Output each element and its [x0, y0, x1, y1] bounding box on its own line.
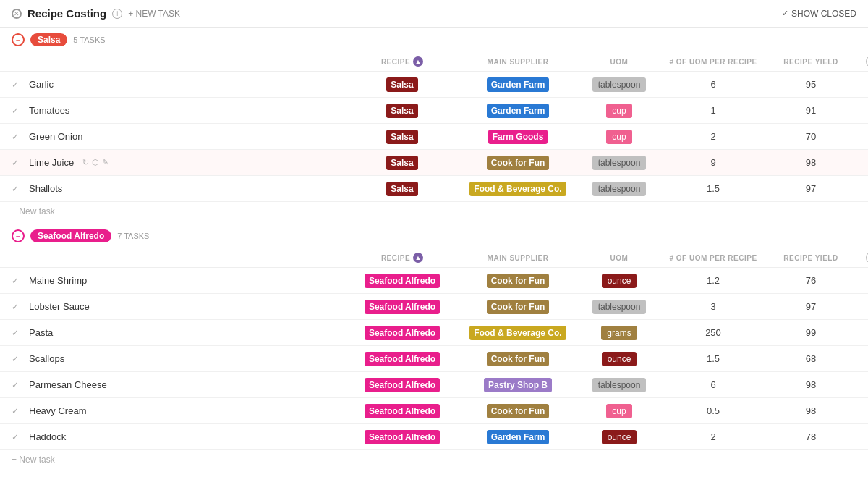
supplier-cell[interactable]: Cook for Fun	[487, 404, 550, 418]
recipe-cell[interactable]: Seafood Alfredo	[365, 274, 440, 288]
uom-per-recipe-cell: 2	[663, 131, 764, 142]
check-icon[interactable]: ✓	[12, 158, 23, 168]
check-icon[interactable]: ✓	[12, 276, 23, 286]
dependency-icon[interactable]: ⬡	[92, 158, 99, 167]
recipe-cell[interactable]: Seafood Alfredo	[365, 300, 440, 314]
recipe-cell[interactable]: Salsa	[386, 156, 417, 170]
group-count-salsa: 5 TASKS	[73, 35, 105, 44]
check-icon[interactable]: ✓	[12, 80, 23, 90]
uom-cell[interactable]: cup	[606, 104, 631, 118]
supplier-cell[interactable]: Cook for Fun	[487, 352, 550, 366]
recipe-cell-container: Seafood Alfredo	[344, 298, 460, 316]
task-name: Parmesan Cheese	[29, 379, 107, 390]
task-left-1: ✓Lobster Sauce	[12, 301, 344, 312]
uom-cell[interactable]: grams	[601, 326, 637, 340]
more-options-button[interactable]: ···	[858, 156, 868, 169]
supplier-cell-container: Cook for Fun	[460, 154, 576, 172]
supplier-cell-container: Garden Farm	[460, 76, 576, 93]
recipe-cell-container: Seafood Alfredo	[344, 429, 460, 446]
task-left-1: ✓Tomatoes	[12, 105, 344, 116]
uom-cell[interactable]: tablespoon	[592, 300, 647, 314]
supplier-cell[interactable]: Food & Beverage Co.	[469, 182, 566, 196]
check-icon[interactable]: ✓	[12, 132, 23, 142]
sort-icon[interactable]: ▲	[413, 56, 423, 67]
uom-cell[interactable]: tablespoon	[592, 77, 647, 92]
check-icon[interactable]: ✓	[12, 406, 23, 416]
repeat-icon[interactable]: ↻	[82, 158, 89, 167]
recipe-cell[interactable]: Salsa	[386, 104, 417, 118]
task-name: Scallops	[29, 353, 64, 364]
task-left-4: ✓Shallots	[12, 183, 344, 194]
show-closed-button[interactable]: ✓ SHOW CLOSED	[782, 9, 856, 19]
check-icon[interactable]: ✓	[12, 184, 23, 194]
new-task-row[interactable]: + New task	[0, 450, 868, 472]
uom-cell[interactable]: cup	[606, 130, 631, 144]
recipe-cell[interactable]: Seafood Alfredo	[365, 378, 440, 392]
recipe-cell[interactable]: Seafood Alfredo	[365, 404, 440, 418]
supplier-cell[interactable]: Cook for Fun	[487, 156, 550, 170]
add-column-button[interactable]: +	[858, 55, 868, 68]
close-icon[interactable]: ✕	[12, 9, 22, 19]
uom-cell[interactable]: tablespoon	[592, 182, 647, 196]
table-row: ✓Maine ShrimpSeafood AlfredoCook for Fun…	[0, 268, 868, 294]
check-icon[interactable]: ✓	[12, 328, 23, 338]
col-label-recipe: RECIPE	[381, 254, 410, 262]
uom-cell[interactable]: tablespoon	[592, 378, 647, 392]
uom-cell-container: grams	[576, 324, 663, 342]
check-icon[interactable]: ✓	[12, 106, 23, 116]
uom-cell[interactable]: cup	[606, 404, 631, 418]
info-icon[interactable]: i	[112, 9, 122, 19]
recipe-cell-container: Seafood Alfredo	[344, 376, 460, 394]
recipe-cell[interactable]: Salsa	[386, 130, 417, 144]
top-bar: ✕ Recipe Costing i + NEW TASK ✓ SHOW CLO…	[0, 0, 868, 28]
table-row: ✓Parmesan CheeseSeafood AlfredoPastry Sh…	[0, 372, 868, 398]
uom-cell[interactable]: ounce	[602, 352, 637, 366]
group-toggle-seafood-alfredo[interactable]: −	[12, 229, 25, 242]
task-left-4: ✓Parmesan Cheese	[12, 379, 344, 390]
task-name: Haddock	[29, 431, 66, 442]
col-header-recipe_yield: RECIPE YIELD	[764, 55, 858, 68]
col-header-recipe: RECIPE ▲	[344, 251, 460, 264]
recipe-cell[interactable]: Salsa	[386, 182, 417, 196]
supplier-cell[interactable]: Cook for Fun	[487, 300, 550, 314]
edit-icon[interactable]: ✎	[102, 158, 109, 167]
supplier-cell[interactable]: Cook for Fun	[487, 274, 550, 288]
sort-icon[interactable]: ▲	[413, 253, 423, 263]
supplier-cell[interactable]: Garden Farm	[487, 77, 550, 92]
group-toggle-salsa[interactable]: −	[12, 33, 25, 46]
new-task-row[interactable]: + New task	[0, 202, 868, 224]
check-icon[interactable]: ✓	[12, 302, 23, 312]
task-left-5: ✓Heavy Cream	[12, 405, 344, 416]
check-icon[interactable]: ✓	[12, 354, 23, 364]
task-left-0: ✓Garlic	[12, 79, 344, 90]
recipe-cell[interactable]: Salsa	[386, 77, 417, 92]
new-task-button[interactable]: + NEW TASK	[128, 9, 180, 19]
table-row: ✓PastaSeafood AlfredoFood & Beverage Co.…	[0, 320, 868, 346]
columns-header: RECIPE ▲MAIN SUPPLIERUOM# OF UOM PER REC…	[0, 52, 868, 72]
recipe-cell-container: Salsa	[344, 128, 460, 145]
task-name: Lobster Sauce	[29, 301, 90, 312]
group-tag-seafood-alfredo[interactable]: Seafood Alfredo	[30, 229, 111, 242]
col-header-uom: UOM	[576, 251, 663, 264]
check-icon[interactable]: ✓	[12, 432, 23, 442]
recipe-cell-container: Salsa	[344, 180, 460, 198]
supplier-cell[interactable]: Garden Farm	[487, 104, 550, 118]
add-column-button[interactable]: +	[858, 251, 868, 264]
uom-cell[interactable]: ounce	[602, 274, 637, 288]
recipe-cell[interactable]: Seafood Alfredo	[365, 352, 440, 366]
supplier-cell[interactable]: Garden Farm	[487, 430, 550, 444]
uom-cell[interactable]: ounce	[602, 430, 637, 444]
supplier-cell[interactable]: Farm Goods	[488, 130, 548, 144]
uom-cell[interactable]: tablespoon	[592, 156, 647, 170]
recipe-cell[interactable]: Seafood Alfredo	[365, 326, 440, 340]
supplier-cell-container: Pastry Shop B	[460, 376, 576, 394]
recipe-cell[interactable]: Seafood Alfredo	[365, 430, 440, 444]
group-tag-salsa[interactable]: Salsa	[30, 33, 67, 46]
supplier-cell[interactable]: Food & Beverage Co.	[469, 326, 566, 340]
recipe-cell-container: Seafood Alfredo	[344, 324, 460, 342]
task-name[interactable]: Lime Juice	[29, 157, 74, 168]
supplier-cell-container: Garden Farm	[460, 429, 576, 446]
supplier-cell[interactable]: Pastry Shop B	[484, 378, 552, 392]
check-icon[interactable]: ✓	[12, 380, 23, 390]
table-row: ✓Lobster SauceSeafood AlfredoCook for Fu…	[0, 294, 868, 320]
